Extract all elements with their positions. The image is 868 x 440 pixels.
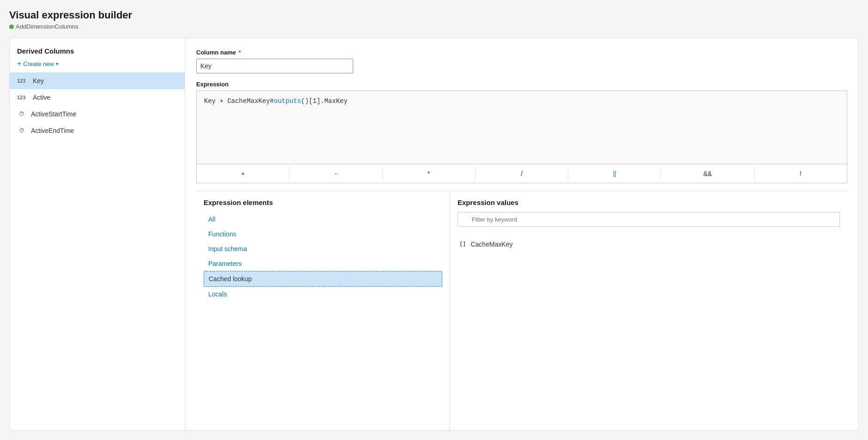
chevron-down-icon: ▾ bbox=[56, 61, 59, 67]
value-item-cachemaxkey[interactable]: [] CacheMaxKey bbox=[458, 238, 840, 251]
operator-plus[interactable]: + bbox=[197, 167, 289, 180]
clock-icon: ⏱ bbox=[17, 111, 26, 117]
operator-minus[interactable]: - bbox=[289, 167, 382, 180]
column-name-section: Column name * bbox=[196, 49, 847, 73]
sidebar-item-active-start-time[interactable]: ⏱ ActiveStartTime bbox=[10, 106, 185, 122]
main-content: Derived Columns + Create new ▾ 123 Key 1… bbox=[9, 37, 859, 431]
array-icon: [] bbox=[459, 241, 466, 247]
subtitle-text: AddDimensionColumns bbox=[16, 23, 78, 30]
page-title: Visual expression builder bbox=[9, 9, 859, 21]
operator-divide[interactable]: / bbox=[476, 167, 568, 180]
operator-bar: + - * / || && ! bbox=[196, 164, 847, 183]
sidebar-item-label: Key bbox=[33, 77, 44, 84]
sidebar-item-label: Active bbox=[33, 94, 50, 101]
expression-elements-panel: Expression elements All Functions Input … bbox=[196, 191, 450, 430]
column-name-input[interactable] bbox=[196, 59, 353, 73]
elements-list: All Functions Input schema Parameters Ca… bbox=[204, 212, 442, 301]
page-subtitle: AddDimensionColumns bbox=[9, 23, 859, 30]
item-type-number-2: 123 bbox=[17, 95, 28, 100]
app-container: Visual expression builder AddDimensionCo… bbox=[0, 0, 868, 440]
required-indicator: * bbox=[237, 49, 241, 56]
expression-label: Expression bbox=[196, 81, 847, 88]
operator-and[interactable]: && bbox=[661, 167, 754, 180]
sidebar-item-active[interactable]: 123 Active bbox=[10, 89, 185, 106]
clock-icon-2: ⏱ bbox=[17, 127, 26, 134]
create-new-label: Create new bbox=[23, 60, 54, 67]
value-label: CacheMaxKey bbox=[470, 241, 512, 248]
sidebar-list: 123 Key 123 Active ⏱ ActiveStartTime ⏱ A… bbox=[10, 72, 185, 430]
page-header: Visual expression builder AddDimensionCo… bbox=[9, 9, 859, 30]
expression-link[interactable]: outputs bbox=[274, 97, 301, 105]
operator-or[interactable]: || bbox=[568, 167, 661, 180]
expression-text: Key + CacheMaxKey#outputs()[1].MaxKey bbox=[204, 97, 348, 105]
expression-before: Key + CacheMaxKey# bbox=[204, 97, 274, 105]
sidebar-item-key[interactable]: 123 Key bbox=[10, 72, 185, 89]
sidebar-item-label: ActiveEndTime bbox=[31, 127, 74, 134]
expression-after: ()[1].MaxKey bbox=[301, 97, 348, 105]
bottom-panels: Expression elements All Functions Input … bbox=[196, 191, 847, 430]
create-new-button[interactable]: + Create new ▾ bbox=[17, 59, 59, 69]
expression-elements-title: Expression elements bbox=[204, 199, 442, 206]
element-functions[interactable]: Functions bbox=[204, 227, 442, 241]
element-parameters[interactable]: Parameters bbox=[204, 256, 442, 271]
plus-icon: + bbox=[17, 60, 21, 68]
expression-values-title: Expression values bbox=[458, 199, 840, 206]
element-locals[interactable]: Locals bbox=[204, 287, 442, 301]
sidebar-item-active-end-time[interactable]: ⏱ ActiveEndTime bbox=[10, 122, 185, 139]
main-panel: Column name * Expression Key + CacheMaxK… bbox=[185, 38, 858, 430]
element-cached-lookup[interactable]: Cached lookup bbox=[204, 271, 442, 287]
sidebar-header: Derived Columns + Create new ▾ bbox=[10, 38, 185, 72]
operator-not[interactable]: ! bbox=[754, 167, 847, 180]
sidebar-title: Derived Columns bbox=[17, 47, 177, 55]
filter-wrapper: 🔍 bbox=[458, 212, 840, 232]
element-all[interactable]: All bbox=[204, 212, 442, 227]
expression-section: Expression Key + CacheMaxKey#outputs()[1… bbox=[196, 81, 847, 183]
status-dot bbox=[9, 24, 14, 29]
item-type-number: 123 bbox=[17, 78, 28, 84]
sidebar: Derived Columns + Create new ▾ 123 Key 1… bbox=[10, 38, 185, 430]
filter-input[interactable] bbox=[458, 212, 840, 227]
expression-values-panel: Expression values 🔍 [] CacheMaxKey bbox=[450, 191, 847, 430]
operator-multiply[interactable]: * bbox=[383, 167, 476, 180]
sidebar-item-label: ActiveStartTime bbox=[31, 110, 76, 118]
element-input-schema[interactable]: Input schema bbox=[204, 241, 442, 256]
column-name-label: Column name * bbox=[196, 49, 847, 56]
expression-editor[interactable]: Key + CacheMaxKey#outputs()[1].MaxKey bbox=[196, 90, 847, 164]
